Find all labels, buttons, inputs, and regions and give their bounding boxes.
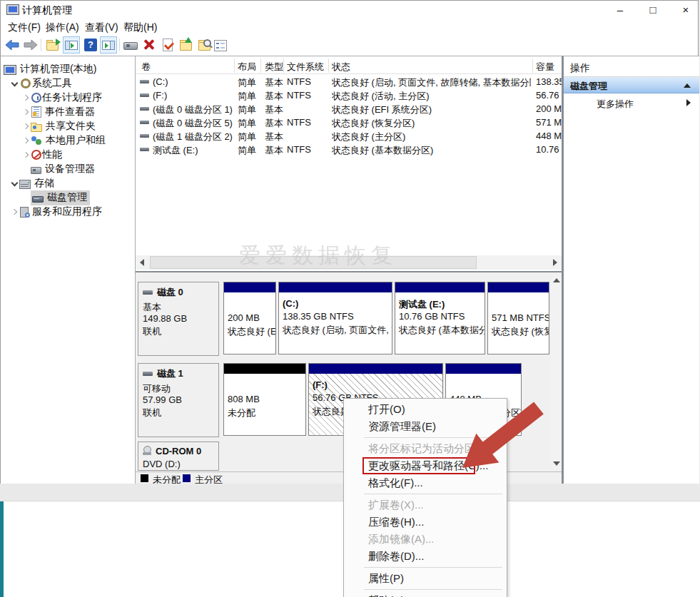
menu-item-shrink-volume[interactable]: 压缩卷(H)...	[344, 514, 507, 531]
scroll-down-icon[interactable]	[553, 461, 560, 466]
search-folder-button[interactable]	[196, 36, 213, 53]
properties-button[interactable]	[159, 36, 176, 53]
col-layout[interactable]: 布局	[238, 61, 256, 73]
volume-icon	[140, 93, 149, 97]
table-row[interactable]: (磁盘 0 磁盘分区 1)简单基本状态良好 (EFI 系统分区)200 MB	[136, 102, 562, 116]
menu-action[interactable]: 操作(A)	[46, 21, 79, 34]
partition-e[interactable]: 测试盘 (E:) 10.76 GB NTFS 状态良好 (基本数据分区)	[395, 282, 485, 354]
tree-item-disk-management[interactable]: 磁盘管理	[1, 190, 135, 205]
partition-c[interactable]: (C:) 138.35 GB NTFS 状态良好 (启动, 页面文件, 故障转储…	[278, 282, 392, 354]
table-row[interactable]: 测试盘 (E:)简单基本NTFS状态良好 (基本数据分区)10.76 GB	[136, 143, 562, 156]
menu-file[interactable]: 文件(F)	[8, 21, 41, 34]
tree-item-event-viewer[interactable]: 事件查看器	[1, 105, 135, 119]
menu-item-add-mirror: 添加镜像(A)...	[344, 531, 507, 548]
table-row[interactable]: (磁盘 1 磁盘分区 2)简单基本状态良好 (主分区)448 MB	[136, 129, 562, 143]
menu-item-properties[interactable]: 属性(P)	[344, 570, 507, 587]
window-title: 计算机管理	[22, 4, 72, 17]
expand-chevron-icon[interactable]	[9, 207, 19, 217]
submenu-triangle-icon[interactable]	[686, 99, 691, 106]
performance-icon	[31, 150, 41, 160]
table-row[interactable]: (F:)简单基本NTFS状态良好 (活动, 主分区)56.76 GB	[136, 88, 562, 102]
show-console-tree-button[interactable]	[63, 36, 80, 53]
expand-chevron-icon[interactable]	[21, 136, 31, 146]
open-folder-button[interactable]	[178, 36, 195, 53]
app-icon	[6, 4, 19, 15]
disk1-label-box[interactable]: 磁盘 1 可移动 57.99 GB 联机	[138, 363, 219, 437]
selected-tree-item: 磁盘管理	[31, 190, 90, 205]
collapse-chevron-icon[interactable]	[9, 78, 19, 88]
expand-chevron-icon[interactable]	[21, 121, 31, 131]
disk0-label-box[interactable]: 磁盘 0 基本 149.88 GB 联机	[138, 282, 219, 356]
table-row[interactable]: (C:)简单基本NTFS状态良好 (启动, 页面文件, 故障转储, 基本数据分区…	[136, 75, 562, 88]
tree-item-performance[interactable]: 性能	[1, 148, 135, 162]
cdrom-icon	[143, 448, 151, 454]
tree-item-computer-management[interactable]: 计算机管理(本地)	[1, 62, 135, 76]
expand-chevron-icon[interactable]	[21, 93, 31, 103]
cdrom-label-box[interactable]: CD-ROM 0 DVD (D:)	[138, 442, 219, 471]
actions-section-disk-management[interactable]: 磁盘管理	[564, 77, 699, 93]
forward-button[interactable]	[22, 36, 39, 53]
tree-item-local-users-groups[interactable]: 本地用户和组	[1, 133, 135, 148]
menu-separator	[364, 494, 502, 494]
col-volume[interactable]: 卷	[141, 61, 151, 73]
computer-icon	[4, 65, 16, 75]
show-action-pane-button[interactable]	[100, 36, 117, 53]
table-row[interactable]: (磁盘 0 磁盘分区 5)简单基本NTFS状态良好 (恢复分区)571 MB	[136, 116, 562, 129]
magnifier-icon	[203, 39, 211, 47]
collapse-chevron-icon[interactable]	[9, 178, 19, 188]
menu-item-format[interactable]: 格式化(F)...	[344, 474, 507, 491]
menu-separator	[364, 437, 502, 438]
vertical-scrollbar[interactable]	[551, 275, 562, 469]
users-icon	[31, 135, 42, 146]
delete-button[interactable]	[141, 36, 158, 53]
tree-item-shared-folders[interactable]: 共享文件夹	[1, 119, 135, 133]
context-menu: 打开(O) 资源管理器(E) 将分区标记为活动分区(M) 更改驱动器号和路径(C…	[343, 398, 507, 597]
menu-item-change-drive-letter[interactable]: 更改驱动器号和路径(C)...	[344, 457, 507, 474]
menu-separator	[364, 589, 502, 590]
minimize-button[interactable]: –	[609, 2, 631, 18]
partition-efi[interactable]: 200 MB 状态良好 (EFI 系统分区)	[223, 282, 276, 354]
menu-item-delete-volume[interactable]: 删除卷(D)...	[344, 548, 507, 565]
disk-icon	[143, 372, 153, 376]
more-actions-item[interactable]: 更多操作	[564, 95, 699, 111]
menu-view[interactable]: 查看(V)	[85, 21, 118, 34]
col-type[interactable]: 类型	[265, 61, 283, 73]
collapse-triangle-icon[interactable]	[684, 83, 691, 88]
tree-item-device-manager[interactable]: 设备管理器	[1, 162, 135, 176]
export-list-button[interactable]	[44, 36, 61, 53]
scroll-right-icon[interactable]	[553, 259, 557, 266]
device-manager-icon	[31, 167, 41, 174]
expand-chevron-icon[interactable]	[21, 150, 31, 160]
tree-item-storage[interactable]: 存储	[1, 176, 135, 190]
menu-item-open[interactable]: 打开(O)	[344, 401, 507, 418]
tree-item-services-applications[interactable]: 服务和应用程序	[1, 205, 135, 219]
primary-partition-bar	[279, 282, 392, 292]
col-filesystem[interactable]: 文件系统	[287, 61, 324, 73]
disk-icon	[143, 290, 153, 295]
menu-item-explorer[interactable]: 资源管理器(E)	[344, 418, 507, 435]
col-capacity[interactable]: 容量	[536, 61, 554, 73]
partition-unallocated[interactable]: 808 MB 未分配	[223, 363, 306, 436]
expand-chevron-icon[interactable]	[21, 107, 31, 117]
help-button[interactable]: ?	[82, 36, 99, 53]
tree-item-system-tools[interactable]: 系统工具	[1, 76, 135, 91]
disk-device-icon	[123, 42, 138, 50]
menu-item-help[interactable]: 帮助(H)	[344, 592, 507, 597]
volume-list: (C:)简单基本NTFS状态良好 (启动, 页面文件, 故障转储, 基本数据分区…	[136, 75, 562, 156]
volume-icon	[140, 107, 149, 111]
refresh-disk-button[interactable]	[122, 36, 139, 53]
primary-partition-bar	[309, 364, 442, 374]
menu-help[interactable]: 帮助(H)	[123, 21, 157, 34]
back-button[interactable]	[4, 36, 21, 53]
partition-recovery[interactable]: 571 MB NTFS 状态良好 (恢复分区)	[487, 282, 549, 354]
shared-folders-icon	[31, 124, 42, 132]
menu-item-mark-active: 将分区标记为活动分区(M)	[344, 440, 507, 457]
green-up-arrow-icon	[185, 37, 192, 43]
tree-item-task-scheduler[interactable]: 任务计划程序	[1, 91, 135, 105]
scroll-up-icon[interactable]	[553, 278, 560, 282]
task-list-button[interactable]	[212, 36, 229, 53]
scroll-left-icon[interactable]	[140, 259, 144, 266]
close-button[interactable]: ×	[675, 2, 696, 18]
col-status[interactable]: 状态	[332, 61, 350, 73]
maximize-button[interactable]: □	[642, 2, 664, 18]
